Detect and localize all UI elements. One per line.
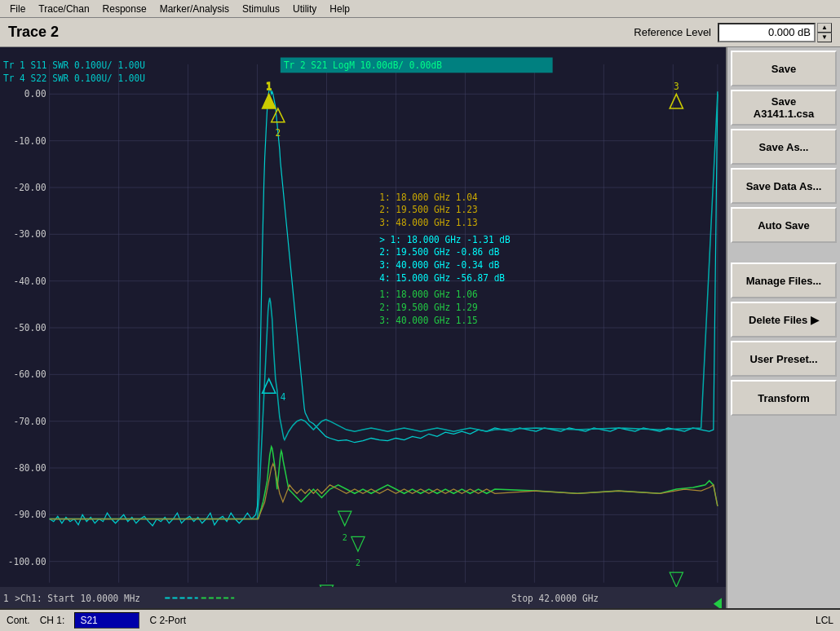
svg-text:-10.00: -10.00 bbox=[13, 136, 46, 147]
svg-text:Tr 4  S22 SWR 0.100U/  1.00U: Tr 4 S22 SWR 0.100U/ 1.00U bbox=[3, 73, 145, 84]
main-content: 0.00 -10.00 -20.00 -30.00 -40.00 -50.00 … bbox=[0, 47, 840, 608]
menu-marker-analysis[interactable]: Marker/Analysis bbox=[153, 2, 236, 16]
svg-text:1: 1 bbox=[266, 82, 272, 92]
user-preset-button[interactable]: User Preset... bbox=[731, 341, 837, 377]
title-bar: Trace 2 Reference Level ▲ ▼ bbox=[0, 18, 840, 47]
ref-level-input[interactable] bbox=[718, 23, 816, 42]
svg-text:Tr 2  S21 LogM 10.00dB/  0.00d: Tr 2 S21 LogM 10.00dB/ 0.00dB bbox=[284, 60, 442, 71]
svg-text:-40.00: -40.00 bbox=[13, 276, 46, 287]
menu-stimulus[interactable]: Stimulus bbox=[236, 2, 286, 16]
svg-text:3: 3 bbox=[674, 82, 679, 92]
svg-text:-20.00: -20.00 bbox=[13, 183, 46, 193]
svg-text:4: 4 bbox=[281, 391, 286, 402]
lcl-label: LCL bbox=[816, 615, 833, 626]
save-data-as-button[interactable]: Save Data As... bbox=[731, 168, 837, 204]
menu-bar: File Trace/Chan Response Marker/Analysis… bbox=[0, 0, 840, 18]
save-as-button[interactable]: Save As... bbox=[731, 129, 837, 165]
svg-text:2: 2 bbox=[356, 558, 360, 567]
menu-utility[interactable]: Utility bbox=[286, 2, 323, 16]
menu-response[interactable]: Response bbox=[96, 2, 153, 16]
ch-label: CH 1: bbox=[40, 615, 65, 626]
menu-file[interactable]: File bbox=[3, 2, 32, 16]
svg-text:-90.00: -90.00 bbox=[13, 510, 46, 520]
delete-files-button[interactable]: Delete Files ▶ bbox=[731, 302, 837, 338]
spin-up-button[interactable]: ▲ bbox=[817, 23, 832, 33]
svg-text:3:    40.000 GHz         1.15: 3: 40.000 GHz 1.15 bbox=[379, 316, 477, 326]
svg-text:1: 1 bbox=[3, 593, 9, 604]
page-title: Trace 2 bbox=[8, 24, 634, 41]
svg-text:2:    19.500 GHz         1.29: 2: 19.500 GHz 1.29 bbox=[379, 302, 478, 313]
svg-text:-100.00: -100.00 bbox=[8, 557, 46, 567]
svg-text:3:    40.000 GHz    -0.34 dB: 3: 40.000 GHz -0.34 dB bbox=[379, 260, 499, 271]
svg-text:Stop   42.0000 GHz: Stop 42.0000 GHz bbox=[511, 593, 599, 604]
svg-text:> 1:  18.000 GHz    -1.31 dB: > 1: 18.000 GHz -1.31 dB bbox=[379, 235, 511, 245]
svg-text:Tr 1  S11 SWR 0.100U/  1.00U: Tr 1 S11 SWR 0.100U/ 1.00U bbox=[3, 60, 145, 71]
transform-button[interactable]: Transform bbox=[731, 380, 837, 416]
svg-text:4:    15.000 GHz   -56.87 dB: 4: 15.000 GHz -56.87 dB bbox=[379, 273, 505, 284]
spin-down-button[interactable]: ▼ bbox=[817, 33, 832, 42]
svg-text:2:    19.500 GHz    -0.86 dB: 2: 19.500 GHz -0.86 dB bbox=[379, 247, 499, 258]
spacer bbox=[731, 246, 837, 259]
svg-text:-80.00: -80.00 bbox=[13, 463, 46, 474]
svg-text:2: 2 bbox=[343, 532, 347, 541]
auto-save-button[interactable]: Auto Save bbox=[731, 207, 837, 243]
svg-text:-30.00: -30.00 bbox=[13, 229, 46, 240]
svg-text:-70.00: -70.00 bbox=[13, 417, 46, 427]
save-csa-button[interactable]: Save A3141.1.csa bbox=[731, 90, 837, 126]
ref-level-spinner: ▲ ▼ bbox=[817, 23, 832, 42]
svg-text:1:    18.000 GHz         1.04: 1: 18.000 GHz 1.04 bbox=[379, 192, 478, 202]
manage-files-button[interactable]: Manage Files... bbox=[731, 263, 837, 298]
menu-trace-chan[interactable]: Trace/Chan bbox=[32, 2, 95, 16]
svg-text:>Ch1: Start  10.0000 MHz: >Ch1: Start 10.0000 MHz bbox=[15, 593, 140, 604]
status-bar: Cont. CH 1: C 2-Port LCL bbox=[0, 608, 840, 631]
svg-text:3:    48.000 GHz         1.13: 3: 48.000 GHz 1.13 bbox=[379, 218, 477, 228]
chart-area: 0.00 -10.00 -20.00 -30.00 -40.00 -50.00 … bbox=[0, 47, 726, 608]
svg-text:1:    18.000 GHz         1.06: 1: 18.000 GHz 1.06 bbox=[379, 289, 478, 300]
right-panel: Save Save A3141.1.csa Save As... Save Da… bbox=[726, 47, 840, 608]
svg-text:2: 2 bbox=[275, 128, 281, 139]
save-button[interactable]: Save bbox=[731, 51, 837, 86]
svg-text:-50.00: -50.00 bbox=[13, 323, 46, 333]
port-label: C 2-Port bbox=[149, 615, 186, 626]
svg-text:2:    19.500 GHz         1.23: 2: 19.500 GHz 1.23 bbox=[379, 205, 477, 215]
menu-help[interactable]: Help bbox=[323, 2, 356, 16]
param-input[interactable] bbox=[74, 612, 139, 629]
cont-label: Cont. bbox=[7, 615, 30, 626]
chart-svg: 0.00 -10.00 -20.00 -30.00 -40.00 -50.00 … bbox=[0, 47, 726, 608]
ref-level-label: Reference Level bbox=[634, 26, 711, 38]
svg-text:-60.00: -60.00 bbox=[13, 369, 46, 380]
svg-text:0.00: 0.00 bbox=[24, 89, 46, 99]
